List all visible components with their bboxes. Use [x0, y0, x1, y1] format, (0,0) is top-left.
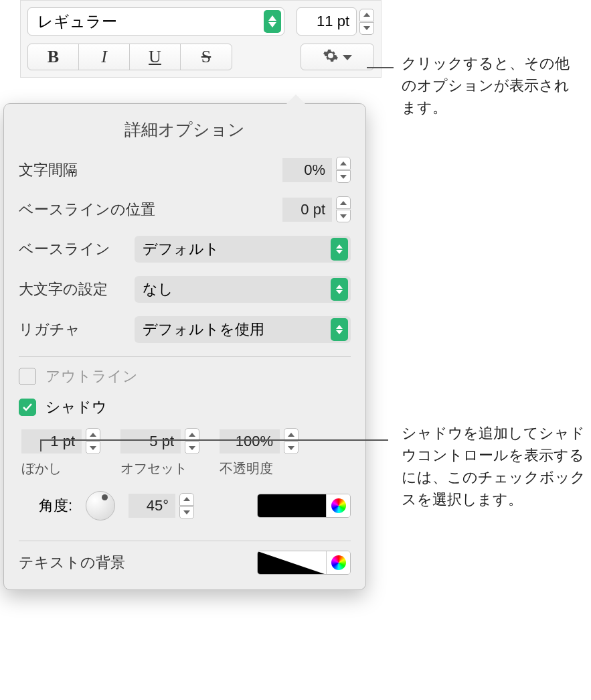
color-picker-button[interactable] — [326, 494, 350, 517]
svg-marker-22 — [183, 510, 190, 514]
baseline-select[interactable]: デフォルト — [135, 236, 351, 263]
underline-button[interactable]: U — [130, 44, 181, 70]
shadow-label: シャドウ — [46, 397, 107, 417]
shadow-offset-stepper[interactable] — [185, 428, 199, 454]
svg-marker-17 — [189, 433, 195, 437]
font-size-field: 11 pt — [297, 7, 374, 36]
caps-label: 大文字の設定 — [19, 279, 122, 299]
svg-marker-13 — [336, 325, 343, 329]
callout-gear: クリックすると、その他のオプションが表示されます。 — [402, 52, 582, 119]
ligature-value: デフォルトを使用 — [143, 320, 264, 340]
italic-button[interactable]: I — [79, 44, 130, 70]
baseline-pos-stepper[interactable] — [336, 196, 351, 222]
shadow-opacity-caption: 不透明度 — [220, 460, 273, 478]
stepper-up-icon[interactable] — [179, 493, 194, 506]
baseline-pos-row: ベースラインの位置 0 pt — [19, 196, 351, 222]
color-picker-button[interactable] — [326, 551, 350, 574]
stepper-down-icon[interactable] — [336, 170, 351, 183]
inspector-panel: レギュラー 11 pt B I U S — [20, 0, 382, 78]
strike-button[interactable]: S — [181, 44, 232, 70]
caps-select[interactable]: なし — [135, 276, 351, 303]
shadow-blur-input[interactable]: 1 pt — [21, 429, 82, 453]
svg-marker-0 — [268, 15, 276, 21]
shadow-offset-caption: オフセット — [120, 460, 187, 478]
text-bg-color-well[interactable] — [257, 551, 351, 575]
gear-icon — [323, 48, 339, 66]
font-style-select[interactable]: レギュラー — [27, 7, 284, 36]
font-size-stepper[interactable] — [359, 9, 374, 35]
shadow-opacity-input[interactable]: 100% — [220, 429, 280, 453]
shadow-checkbox[interactable] — [19, 399, 36, 416]
stepper-up-icon[interactable] — [336, 157, 351, 169]
baseline-pos-field: 0 pt — [282, 196, 351, 222]
char-spacing-input[interactable]: 0% — [282, 158, 332, 182]
advanced-options-button[interactable] — [301, 44, 374, 70]
text-bg-swatch — [258, 551, 326, 574]
svg-marker-3 — [363, 26, 370, 30]
svg-marker-6 — [340, 175, 347, 179]
svg-marker-7 — [340, 201, 347, 205]
char-spacing-stepper[interactable] — [336, 157, 351, 183]
stepper-down-icon[interactable] — [336, 210, 351, 222]
svg-marker-21 — [183, 497, 190, 501]
angle-dial[interactable] — [86, 491, 115, 520]
stepper-down-icon[interactable] — [86, 441, 100, 454]
checkmark-icon — [22, 403, 33, 412]
angle-label: 角度: — [39, 496, 72, 516]
shadow-color-swatch — [258, 494, 326, 517]
svg-marker-14 — [336, 330, 343, 334]
ligature-select[interactable]: デフォルトを使用 — [135, 316, 351, 343]
svg-marker-4 — [343, 55, 352, 60]
shadow-offset-col: 5 pt オフセット — [120, 428, 199, 478]
svg-marker-19 — [288, 433, 294, 437]
shadow-blur-stepper[interactable] — [86, 428, 100, 454]
shadow-offset-input[interactable]: 5 pt — [120, 429, 181, 453]
shadow-angle-row: 角度: 45° — [39, 491, 351, 520]
stepper-down-icon[interactable] — [284, 441, 299, 454]
outline-checkbox[interactable] — [19, 368, 36, 385]
char-spacing-field: 0% — [282, 157, 351, 183]
caps-row: 大文字の設定 なし — [19, 276, 351, 303]
baseline-pos-input[interactable]: 0 pt — [282, 198, 332, 222]
stepper-down-icon[interactable] — [185, 441, 199, 454]
text-style-row: B I U S — [27, 44, 374, 70]
svg-marker-15 — [90, 433, 96, 437]
chevron-down-icon — [343, 51, 352, 63]
svg-marker-16 — [90, 446, 96, 450]
shadow-blur-caption: ぼかし — [21, 460, 62, 478]
bold-button[interactable]: B — [28, 44, 79, 70]
svg-marker-8 — [340, 214, 347, 218]
shadow-opacity-stepper[interactable] — [284, 428, 299, 454]
shadow-blur-col: 1 pt ぼかし — [21, 428, 100, 478]
font-row: レギュラー 11 pt — [27, 7, 374, 36]
color-wheel-icon — [331, 498, 346, 513]
angle-stepper[interactable] — [179, 493, 194, 519]
svg-marker-10 — [336, 250, 343, 254]
dropdown-arrows-icon — [331, 278, 348, 301]
outline-label: アウトライン — [46, 366, 138, 387]
callout-line — [367, 67, 394, 68]
baseline-label: ベースライン — [19, 239, 122, 259]
angle-input[interactable]: 45° — [129, 494, 175, 518]
ligature-row: リガチャ デフォルトを使用 — [19, 316, 351, 343]
stepper-down-icon[interactable] — [179, 506, 194, 519]
dropdown-arrows-icon — [264, 10, 281, 33]
svg-marker-1 — [268, 22, 276, 27]
shadow-color-well[interactable] — [257, 494, 351, 518]
shadow-row: シャドウ — [19, 397, 351, 417]
ligature-label: リガチャ — [19, 320, 122, 340]
angle-indicator-icon — [102, 494, 108, 500]
svg-marker-18 — [189, 446, 195, 450]
stepper-up-icon[interactable] — [359, 9, 374, 21]
outline-row: アウトライン — [19, 366, 351, 387]
stepper-up-icon[interactable] — [336, 196, 351, 209]
callout-line — [40, 439, 388, 441]
char-spacing-row: 文字間隔 0% — [19, 157, 351, 183]
stepper-down-icon[interactable] — [359, 22, 374, 35]
dropdown-arrows-icon — [331, 318, 348, 341]
text-style-segmented: B I U S — [27, 44, 232, 70]
svg-marker-20 — [288, 446, 294, 450]
color-wheel-icon — [331, 555, 346, 570]
font-size-input[interactable]: 11 pt — [297, 7, 357, 36]
shadow-opacity-col: 100% 不透明度 — [220, 428, 299, 478]
